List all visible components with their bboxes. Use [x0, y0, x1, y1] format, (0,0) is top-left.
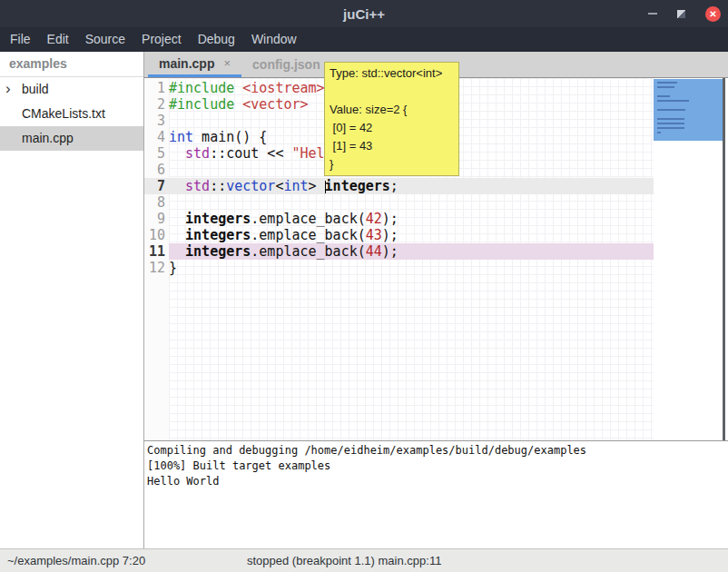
line-number[interactable]: 5: [144, 145, 169, 162]
status-file-position: ~/examples/main.cpp 7:20: [7, 549, 145, 572]
console-output-line: Hello World: [147, 474, 728, 489]
code-token: #include: [169, 96, 242, 113]
code-token: 43: [366, 227, 382, 243]
code-token: main() {: [193, 129, 267, 145]
code-token: 44: [366, 243, 382, 260]
code-token: .emplace_back(: [251, 227, 365, 243]
sidebar-item-build[interactable]: ›build: [0, 77, 143, 102]
code-token: );: [382, 227, 398, 243]
code-token: .emplace_back(: [251, 243, 365, 260]
editor-scrollbar[interactable]: [723, 78, 725, 440]
status-debug-state: stopped (breakpoint 1.1) main.cpp:11: [247, 549, 441, 572]
code-token: [169, 145, 185, 162]
minimap-code-line: [657, 132, 661, 133]
menu-window[interactable]: Window: [243, 27, 305, 52]
line-number[interactable]: 1: [144, 80, 169, 96]
code-line[interactable]: integers.emplace_back(44);: [169, 243, 654, 260]
project-name-header: examples: [0, 52, 143, 77]
line-number[interactable]: 10: [144, 227, 169, 243]
line-number[interactable]: 8: [144, 194, 169, 211]
minimap-code-line: [657, 100, 689, 102]
minimap-code-line: [657, 109, 685, 111]
code-token: integers: [325, 178, 390, 194]
titlebar[interactable]: juCi++ ✕: [0, 0, 728, 27]
tab-label: config.json: [252, 57, 320, 72]
build-output-console[interactable]: Compiling and debugging /home/eidheim/ex…: [144, 440, 728, 548]
tooltip-value-line: [330, 83, 454, 101]
code-token: >: [309, 178, 325, 194]
menu-source[interactable]: Source: [77, 27, 133, 52]
close-icon[interactable]: ✕: [705, 6, 721, 22]
code-token: int: [283, 178, 308, 194]
console-output-line: [100%] Built target examples: [147, 459, 728, 474]
line-number-gutter[interactable]: 123456789101112: [144, 78, 169, 440]
file-label: CMakeLists.txt: [22, 106, 105, 121]
tab-label: main.cpp: [159, 56, 214, 71]
line-number[interactable]: 4: [144, 129, 169, 145]
minimap[interactable]: [654, 78, 723, 440]
menu-project[interactable]: Project: [133, 27, 190, 52]
menu-edit[interactable]: Edit: [39, 27, 77, 52]
code-token: <iostream>: [242, 80, 324, 96]
code-token: [169, 178, 185, 194]
sidebar-item-main-cpp[interactable]: main.cpp: [0, 126, 143, 151]
line-number[interactable]: 9: [144, 211, 169, 227]
code-line[interactable]: integers.emplace_back(43);: [169, 227, 654, 243]
tab-config-json[interactable]: config.json: [241, 52, 331, 77]
code-token: vector: [226, 178, 275, 194]
line-number[interactable]: 6: [144, 162, 169, 178]
tooltip-value-line: Value: size=2 {: [330, 101, 454, 119]
tab-close-icon[interactable]: ×: [223, 56, 231, 70]
code-line[interactable]: [169, 194, 654, 211]
minimize-icon[interactable]: [648, 13, 657, 15]
file-tree-panel: examples ›buildCMakeLists.txtmain.cpp: [0, 52, 143, 548]
code-token: }: [169, 260, 177, 276]
sidebar-item-cmakelists-txt[interactable]: CMakeLists.txt: [0, 102, 143, 126]
minimap-code-line: [657, 95, 670, 97]
file-label: build: [22, 82, 49, 96]
minimap-code-line: [657, 123, 684, 124]
code-token: ;: [390, 178, 398, 194]
file-tree: ›buildCMakeLists.txtmain.cpp: [0, 77, 143, 151]
code-line[interactable]: }: [169, 260, 654, 276]
tooltip-type-line: Type: std::vector<int>: [330, 64, 454, 83]
code-token: );: [382, 211, 398, 227]
menu-file[interactable]: File: [2, 27, 39, 52]
code-token: integers: [185, 211, 251, 227]
code-token: ::: [210, 178, 226, 194]
code-token: );: [382, 243, 398, 260]
code-token: integers: [185, 243, 251, 260]
file-label: main.cpp: [22, 131, 74, 145]
console-output-line: Compiling and debugging /home/eidheim/ex…: [147, 443, 728, 459]
tooltip-value-line: }: [330, 155, 454, 173]
window-controls: ✕: [648, 0, 721, 27]
line-number[interactable]: 11: [144, 243, 169, 260]
code-line[interactable]: std::vector<int> integers;: [169, 178, 654, 194]
code-token: std: [185, 178, 210, 194]
menubar: FileEditSourceProjectDebugWindow: [0, 27, 728, 52]
debug-value-tooltip: Type: std::vector<int> Value: size=2 { […: [324, 62, 459, 176]
minimap-code-line: [657, 118, 684, 120]
code-token: int: [169, 129, 193, 145]
code-line[interactable]: integers.emplace_back(42);: [169, 211, 654, 227]
code-token: 42: [366, 211, 382, 227]
code-token: .emplace_back(: [251, 211, 365, 227]
code-token: <vector>: [242, 96, 308, 113]
menu-debug[interactable]: Debug: [190, 27, 243, 52]
window-title: juCi++: [343, 6, 385, 22]
line-number[interactable]: 7: [144, 178, 169, 194]
code-token: [169, 243, 185, 260]
statusbar: ~/examples/main.cpp 7:20 stopped (breakp…: [0, 548, 728, 572]
tooltip-value-line: [1] = 43: [330, 137, 454, 155]
chevron-right-icon[interactable]: ›: [5, 77, 11, 101]
line-number[interactable]: 2: [144, 96, 169, 113]
code-token: std: [185, 145, 210, 162]
tab-main-cpp[interactable]: main.cpp ×: [148, 52, 241, 77]
window-restore-icon[interactable]: [677, 10, 685, 18]
minimap-slider[interactable]: [654, 79, 723, 141]
minimap-code-line: [657, 82, 677, 84]
line-number[interactable]: 12: [144, 260, 169, 276]
line-number[interactable]: 3: [144, 113, 169, 129]
code-token: integers: [185, 227, 251, 243]
code-token: [169, 227, 185, 243]
